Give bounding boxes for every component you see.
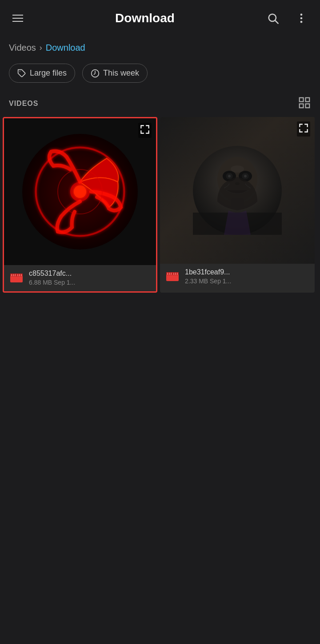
svg-rect-24 xyxy=(17,274,18,276)
video-thumbnail-2 xyxy=(160,117,315,264)
expand-icon-2[interactable] xyxy=(297,121,310,137)
svg-point-4 xyxy=(300,21,303,23)
video-preview-2 xyxy=(193,146,282,235)
svg-point-33 xyxy=(228,175,231,177)
video-meta-2: 1be31fceaf9... 2.33 MB Sep 1... xyxy=(185,268,231,285)
svg-point-37 xyxy=(231,165,244,173)
svg-rect-44 xyxy=(169,273,170,275)
large-files-filter[interactable]: Large files xyxy=(9,64,75,83)
video-name-2: 1be31fceaf9... xyxy=(185,268,231,276)
app-bar-actions xyxy=(263,8,311,28)
video-details-2: 2.33 MB Sep 1... xyxy=(185,278,231,285)
search-button[interactable] xyxy=(263,8,283,28)
svg-rect-22 xyxy=(13,274,14,276)
svg-rect-21 xyxy=(11,274,12,276)
app-bar: Download xyxy=(0,0,320,36)
svg-rect-46 xyxy=(173,273,174,275)
svg-rect-23 xyxy=(15,274,16,276)
svg-rect-8 xyxy=(306,98,310,102)
video-name-1: c855317afc... xyxy=(29,270,75,278)
video-thumbnail-1 xyxy=(4,118,156,265)
svg-line-1 xyxy=(275,20,278,23)
expand-icon-1[interactable] xyxy=(138,123,152,138)
tag-icon xyxy=(17,69,26,78)
this-week-label: This week xyxy=(103,68,139,78)
svg-rect-43 xyxy=(167,273,168,275)
svg-rect-45 xyxy=(171,273,172,275)
breadcrumb-separator: › xyxy=(40,43,42,52)
videos-section-header: VIDEOS xyxy=(0,87,320,117)
video-file-icon-1 xyxy=(8,270,24,286)
breadcrumb-current: Download xyxy=(46,43,85,53)
creature-thumb xyxy=(160,117,315,264)
video-meta-1: c855317afc... 6.88 MB Sep 1... xyxy=(29,270,75,286)
clock-icon xyxy=(91,69,100,78)
svg-point-3 xyxy=(300,17,303,20)
svg-rect-9 xyxy=(300,104,304,108)
video-preview-1 xyxy=(22,134,138,250)
breadcrumb-parent[interactable]: Videos xyxy=(9,43,36,53)
video-file-icon-2 xyxy=(164,269,180,285)
svg-point-34 xyxy=(244,175,247,177)
video-card-2[interactable]: 1be31fceaf9... 2.33 MB Sep 1... xyxy=(160,117,315,293)
page-title: Download xyxy=(115,11,175,25)
grid-toggle-button[interactable] xyxy=(298,96,311,111)
svg-rect-26 xyxy=(21,274,22,276)
svg-rect-48 xyxy=(177,273,178,275)
breadcrumb: Videos › Download xyxy=(0,36,320,59)
section-title: VIDEOS xyxy=(9,100,38,108)
svg-point-2 xyxy=(300,14,303,16)
search-icon xyxy=(267,12,279,24)
large-files-label: Large files xyxy=(30,68,67,78)
svg-point-14 xyxy=(74,185,86,198)
video-details-1: 6.88 MB Sep 1... xyxy=(29,279,75,286)
grid-list-icon xyxy=(298,96,311,109)
more-vertical-icon xyxy=(295,12,308,24)
video-card-1[interactable]: c855317afc... 6.88 MB Sep 1... xyxy=(3,117,157,293)
svg-rect-25 xyxy=(19,274,20,276)
video-info-2: 1be31fceaf9... 2.33 MB Sep 1... xyxy=(160,264,315,290)
this-week-filter[interactable]: This week xyxy=(82,64,148,83)
video-info-1: c855317afc... 6.88 MB Sep 1... xyxy=(4,265,156,291)
hamburger-button[interactable] xyxy=(9,11,27,25)
filter-chips: Large files This week xyxy=(0,59,320,87)
svg-rect-10 xyxy=(306,104,310,108)
svg-rect-7 xyxy=(300,98,304,102)
video-grid: c855317afc... 6.88 MB Sep 1... xyxy=(0,117,320,293)
svg-rect-47 xyxy=(175,273,176,275)
hamburger-icon xyxy=(12,15,23,22)
more-options-button[interactable] xyxy=(292,8,311,28)
